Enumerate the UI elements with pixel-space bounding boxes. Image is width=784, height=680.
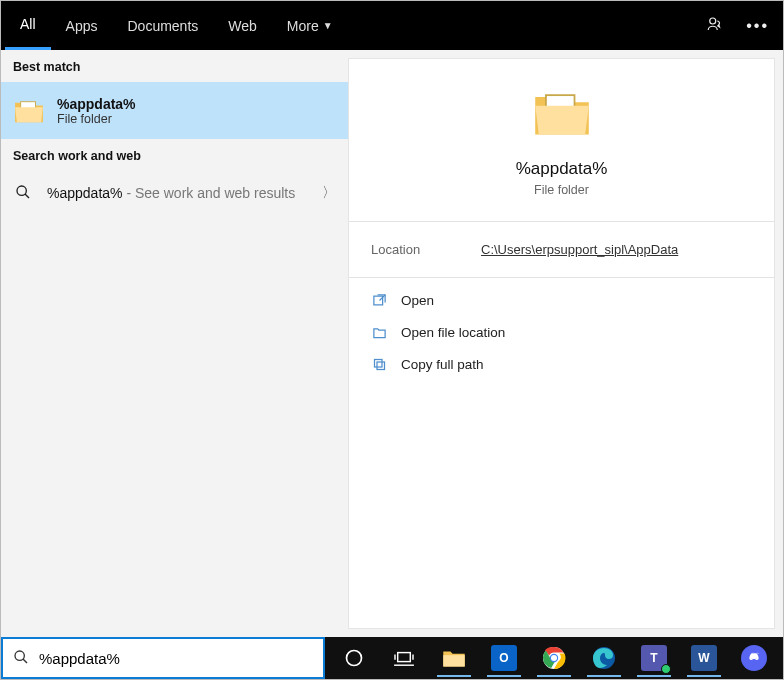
preview-title: %appdata% [516, 159, 608, 179]
taskbar: O T W [325, 637, 783, 679]
action-open-location[interactable]: Open file location [371, 316, 752, 348]
svg-point-8 [15, 651, 24, 660]
action-copy-path[interactable]: Copy full path [371, 348, 752, 380]
action-open[interactable]: Open [371, 284, 752, 316]
best-match-result[interactable]: %appdata% File folder [1, 82, 348, 139]
preview-header: %appdata% File folder [349, 59, 774, 221]
taskbar-teams[interactable]: T [631, 638, 677, 678]
location-value[interactable]: C:\Users\erpsupport_sipl\AppData [481, 242, 678, 257]
best-match-title: %appdata% [57, 96, 136, 112]
search-web-header: Search work and web [1, 139, 348, 171]
search-icon [13, 184, 33, 203]
search-input[interactable] [39, 650, 313, 667]
taskbar-chrome[interactable] [531, 638, 577, 678]
folder-open-icon [371, 324, 387, 340]
tab-apps[interactable]: Apps [51, 1, 113, 50]
tab-all[interactable]: All [5, 1, 51, 50]
web-result[interactable]: %appdata% - See work and web results 〉 [1, 171, 348, 215]
svg-point-17 [551, 655, 557, 661]
web-result-term: %appdata% [47, 185, 123, 201]
taskbar-cortana[interactable] [331, 638, 377, 678]
action-open-label: Open [401, 293, 434, 308]
web-result-text: %appdata% - See work and web results [47, 185, 295, 201]
svg-line-3 [25, 194, 29, 198]
tab-more[interactable]: More ▼ [272, 1, 348, 50]
taskbar-edge[interactable] [581, 638, 627, 678]
results-list: Best match %appdata% File folder Search … [1, 50, 348, 637]
search-window: All Apps Documents Web More ▼ ••• Best m… [0, 0, 784, 680]
taskbar-discord[interactable] [731, 638, 777, 678]
tab-web[interactable]: Web [213, 1, 272, 50]
preview-pane-wrap: %appdata% File folder Location C:\Users\… [348, 50, 783, 637]
taskbar-file-explorer[interactable] [431, 638, 477, 678]
chevron-down-icon: ▼ [323, 20, 333, 31]
location-row: Location C:\Users\erpsupport_sipl\AppDat… [349, 222, 774, 277]
open-icon [371, 292, 387, 308]
taskbar-task-view[interactable] [381, 638, 427, 678]
copy-icon [371, 356, 387, 372]
preview-card: %appdata% File folder Location C:\Users\… [348, 58, 775, 629]
filter-tabs: All Apps Documents Web More ▼ [1, 1, 348, 50]
status-badge-icon [661, 664, 671, 674]
action-open-location-label: Open file location [401, 325, 505, 340]
web-result-suffix: - See work and web results [123, 185, 296, 201]
location-label: Location [371, 242, 481, 257]
svg-rect-11 [398, 653, 411, 662]
action-list: Open Open file location Copy full path [349, 278, 774, 386]
more-options-icon[interactable]: ••• [746, 17, 769, 35]
filter-tab-bar: All Apps Documents Web More ▼ ••• [1, 1, 783, 50]
svg-line-9 [23, 659, 27, 663]
svg-rect-6 [377, 362, 385, 370]
best-match-text: %appdata% File folder [57, 96, 136, 126]
svg-rect-7 [374, 359, 382, 367]
svg-point-2 [17, 186, 26, 195]
svg-point-10 [347, 651, 362, 666]
best-match-subtitle: File folder [57, 112, 136, 126]
best-match-header: Best match [1, 50, 348, 82]
feedback-icon[interactable] [706, 15, 724, 37]
action-copy-path-label: Copy full path [401, 357, 484, 372]
tab-more-label: More [287, 18, 319, 34]
preview-subtitle: File folder [534, 183, 589, 197]
svg-rect-5 [373, 296, 382, 305]
tabbar-right-controls: ••• [706, 1, 783, 50]
taskbar-word[interactable]: W [681, 638, 727, 678]
taskbar-outlook[interactable]: O [481, 638, 527, 678]
folder-icon-large [530, 81, 594, 145]
bottom-bar: O T W [1, 637, 783, 679]
search-icon [13, 649, 29, 668]
search-box[interactable] [1, 637, 325, 679]
chevron-right-icon: 〉 [322, 184, 336, 202]
svg-point-0 [710, 18, 716, 24]
results-area: Best match %appdata% File folder Search … [1, 50, 783, 637]
folder-icon [13, 95, 45, 127]
tab-documents[interactable]: Documents [112, 1, 213, 50]
